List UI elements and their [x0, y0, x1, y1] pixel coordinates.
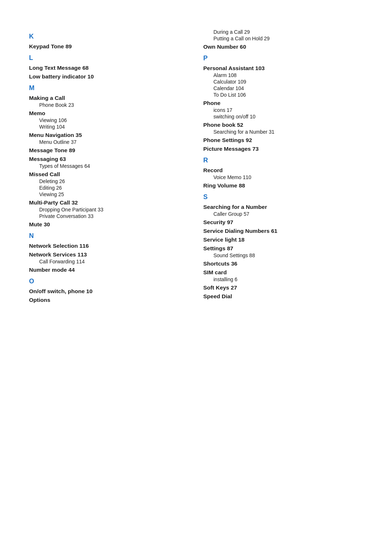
index-sub-entry: Sound Settings 88 [203, 252, 363, 258]
index-main-entry: Network Selection 116 [29, 243, 189, 249]
index-sub-entry: installing 6 [203, 276, 363, 282]
index-main-entry: Service light 18 [203, 236, 363, 243]
index-sub-entry: Alarm 108 [203, 72, 363, 78]
index-sub-entry: Searching for a Number 31 [203, 129, 363, 135]
index-main-entry: Service Dialing Numbers 61 [203, 228, 363, 234]
index-sub-entry: icons 17 [203, 107, 363, 113]
index-main-entry: Network Services 113 [29, 251, 189, 258]
page-wrapper: KKeypad Tone 89LLong Text Message 68Low … [29, 29, 363, 542]
index-main-entry: Phone [203, 100, 363, 106]
index-main-entry: On/off switch, phone 10 [29, 288, 189, 295]
index-main-entry: Phone book 52 [203, 122, 363, 128]
index-main-entry: Number mode 44 [29, 267, 189, 273]
section-letter-k: K [29, 33, 189, 40]
index-sub-entry: Menu Outline 37 [29, 139, 189, 145]
section-letter-s: S [203, 193, 363, 201]
index-sub-entry: Editing 26 [29, 185, 189, 191]
section-letter-p: P [203, 54, 363, 62]
index-sub-entry: Putting a Call on Hold 29 [203, 36, 363, 41]
index-sub-entry: Writing 104 [29, 124, 189, 130]
index-main-entry: Mute 30 [29, 221, 189, 228]
section-letter-o: O [29, 278, 189, 285]
index-main-entry: Memo [29, 110, 189, 117]
index-main-entry: Missed Call [29, 171, 189, 178]
index-sub-entry: Calendar 104 [203, 85, 363, 91]
section-letter-n: N [29, 232, 189, 240]
index-main-entry: Own Number 60 [203, 44, 363, 50]
section-letter-m: M [29, 84, 189, 92]
index-sub-entry: Viewing 25 [29, 191, 189, 197]
index-main-entry: Multi-Party Call 32 [29, 199, 189, 206]
index-sub-entry: To Do List 106 [203, 92, 363, 98]
index-sub-entry: Voice Memo 110 [203, 174, 363, 180]
section-letter-r: R [203, 157, 363, 164]
section-letter-l: L [29, 54, 189, 62]
index-sub-entry: Phone Book 23 [29, 102, 189, 108]
index-main-entry: Messaging 63 [29, 156, 189, 162]
index-main-entry: Long Text Message 68 [29, 65, 189, 71]
index-main-entry: Speed Dial [203, 293, 363, 300]
index-main-entry: Searching for a Number [203, 204, 363, 210]
index-sub-entry: Deleting 26 [29, 178, 189, 184]
index-main-entry: SIM card [203, 269, 363, 276]
index-sub-entry: During a Call 29 [203, 29, 363, 35]
index-main-entry: Security 97 [203, 219, 363, 226]
left-column: KKeypad Tone 89LLong Text Message 68Low … [29, 29, 189, 304]
index-main-entry: Low battery indicator 10 [29, 73, 189, 80]
index-main-entry: Settings 87 [203, 245, 363, 252]
index-main-entry: Record [203, 167, 363, 174]
index-main-entry: Shortcuts 36 [203, 260, 363, 267]
index-main-entry: Making a Call [29, 95, 189, 101]
index-main-entry: Menu Navigation 35 [29, 132, 189, 138]
index-main-entry: Picture Messages 73 [203, 146, 363, 152]
index-main-entry: Keypad Tone 89 [29, 43, 189, 50]
index-main-entry: Message Tone 89 [29, 147, 189, 154]
index-sub-entry: Call Forwarding 114 [29, 259, 189, 264]
index-main-entry: Soft Keys 27 [203, 284, 363, 291]
right-column: During a Call 29Putting a Call on Hold 2… [203, 29, 363, 300]
index-sub-entry: Caller Group 57 [203, 211, 363, 217]
index-sub-entry: Dropping One Participant 33 [29, 207, 189, 213]
index-main-entry: Personal Assistant 103 [203, 65, 363, 72]
index-sub-entry: Private Conversation 33 [29, 213, 189, 219]
index-sub-entry: Viewing 106 [29, 117, 189, 123]
index-main-entry: Ring Volume 88 [203, 182, 363, 189]
index-main-entry: Options [29, 297, 189, 303]
index-sub-entry: Types of Messages 64 [29, 163, 189, 169]
index-main-entry: Phone Settings 92 [203, 137, 363, 143]
index-sub-entry: Calculator 109 [203, 79, 363, 85]
page-content: KKeypad Tone 89LLong Text Message 68Low … [29, 29, 363, 304]
index-sub-entry: switching on/off 10 [203, 114, 363, 120]
